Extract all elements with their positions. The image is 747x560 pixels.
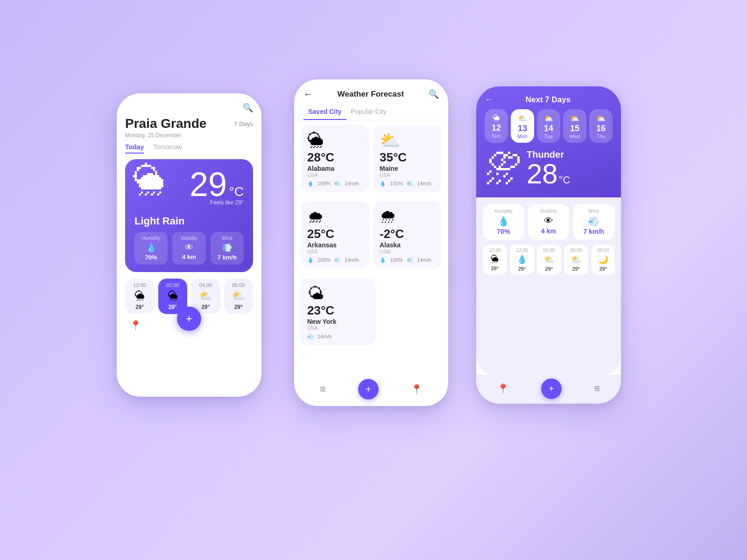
hour-item-0[interactable]: 12:00 🌦 29° bbox=[125, 279, 155, 314]
center-tab-saved[interactable]: Saved City bbox=[303, 104, 346, 120]
hour-icon-0: 🌦 bbox=[127, 290, 153, 302]
day-sun-name: Sun bbox=[489, 133, 503, 139]
right-hour-icon-3: ⛅ bbox=[566, 254, 586, 265]
right-hour-3[interactable]: 06:00 ⛅ 29° bbox=[564, 245, 588, 275]
arkansas-wind: 14m/h bbox=[345, 257, 359, 263]
day-tue[interactable]: ⛅ 14 Tue bbox=[537, 109, 560, 143]
center-add-button[interactable]: + bbox=[358, 379, 379, 399]
alaska-temp: -2°C bbox=[380, 227, 431, 241]
back-arrow-center[interactable]: ← bbox=[303, 89, 313, 99]
day-thu-icon: ⛅ bbox=[594, 114, 608, 123]
right-hour-icon-0: 🌦 bbox=[485, 254, 505, 264]
day-mon-name: Mon bbox=[515, 133, 529, 139]
location-icon-right[interactable]: 📍 bbox=[497, 383, 509, 394]
newyork-wind-icon: 💨 bbox=[307, 334, 314, 340]
maine-stats: 💧 100% 💨 14m/h bbox=[380, 181, 431, 187]
hour-item-3[interactable]: 06:00 ⛅ 29° bbox=[224, 279, 254, 314]
phone-right: ← Next 7 Days 🌦 12 Sun ⛅ 13 Mon bbox=[476, 86, 621, 404]
day-thu[interactable]: ⛅ 16 Thu bbox=[589, 109, 613, 143]
right-hourly-row: 12:00 🌦 29° 12:00 💧 29° 04:00 ⛅ 29° bbox=[483, 245, 614, 275]
left-stat-wind: Wind 💨 7 km/h bbox=[211, 232, 244, 265]
visibility-icon: 👁 bbox=[175, 243, 203, 252]
location-icon-center[interactable]: 📍 bbox=[411, 384, 423, 395]
arkansas-humidity: 100% bbox=[317, 257, 331, 263]
hour-time-1: 02:00 bbox=[160, 282, 186, 288]
day-wed[interactable]: ⛅ 15 Wed bbox=[563, 109, 586, 143]
day-tue-num: 14 bbox=[542, 124, 556, 133]
right-body-section: Humidity 💧 70% Visibility 👁 4 km Wind 💨 … bbox=[476, 197, 621, 375]
maine-name: Maine bbox=[380, 165, 431, 172]
tab-tomorrow[interactable]: Tomorrow bbox=[153, 143, 182, 154]
hour-temp-0: 29° bbox=[127, 304, 153, 310]
hour-time-2: 04:00 bbox=[193, 282, 218, 288]
arkansas-name: Arkansas bbox=[307, 241, 359, 249]
right-hour-temp-3: 29° bbox=[566, 266, 586, 272]
right-hour-time-4: 08:00 bbox=[593, 248, 613, 253]
alaska-icon: 🌨 bbox=[380, 207, 431, 227]
newyork-temp: 23°C bbox=[307, 303, 337, 318]
arkansas-stats: 💧 100% 💨 14m/h bbox=[307, 257, 359, 263]
newyork-wind: 14m/h bbox=[317, 334, 332, 340]
right-add-button[interactable]: + bbox=[541, 378, 562, 399]
city-row-1: 🌦 28°C Alabama USA 💧 100% 💨 14m/h bbox=[301, 125, 442, 197]
center-tab-popular[interactable]: Popular City bbox=[346, 104, 391, 120]
tab-today[interactable]: Today bbox=[125, 143, 144, 154]
city-alabama[interactable]: 🌦 28°C Alabama USA 💧 100% 💨 14m/h bbox=[301, 125, 369, 192]
visibility-label: Visibility bbox=[175, 236, 203, 241]
city-alaska[interactable]: 🌨 -2°C Alaska USA 💧 100% 💨 14m/h bbox=[373, 202, 442, 269]
day-wed-num: 15 bbox=[568, 124, 582, 133]
newyork-stats: 💨 14m/h bbox=[307, 334, 337, 340]
alaska-country: USA bbox=[380, 249, 431, 254]
left-seven-days[interactable]: 7 Days bbox=[234, 120, 253, 127]
day-mon-icon: ⛅ bbox=[515, 114, 529, 123]
right-wind-label: Wind bbox=[576, 209, 612, 214]
city-newyork[interactable]: 🌤 23°C New York USA 💨 14m/h bbox=[301, 278, 376, 345]
right-hour-1[interactable]: 12:00 💧 29° bbox=[510, 245, 534, 275]
day-sun-icon: 🌦 bbox=[489, 114, 503, 122]
search-icon[interactable]: 🔍 bbox=[243, 103, 253, 113]
phone-left: 🔍 Praia Grande Monday, 25 December 7 Day… bbox=[117, 93, 261, 397]
day-wed-icon: ⛅ bbox=[568, 114, 582, 123]
day-mon[interactable]: ⛅ 13 Mon bbox=[511, 109, 534, 143]
alabama-icon: 🌦 bbox=[307, 131, 359, 150]
menu-icon-center[interactable]: ≡ bbox=[320, 383, 326, 395]
left-condition: Light Rain bbox=[134, 215, 244, 227]
newyork-icon: 🌤 bbox=[307, 284, 337, 303]
maine-country: USA bbox=[380, 172, 431, 178]
visibility-val: 4 km bbox=[175, 253, 203, 260]
right-hour-2[interactable]: 04:00 ⛅ 29° bbox=[537, 245, 561, 275]
arkansas-temp: 25°C bbox=[307, 227, 359, 241]
phone-center: ← Weather Forecast 🔍 Saved City Popular … bbox=[294, 79, 448, 406]
alabama-stats: 💧 100% 💨 14m/h bbox=[307, 181, 359, 187]
right-wind-icon: 💨 bbox=[576, 216, 612, 227]
alabama-wind-icon: 💨 bbox=[334, 181, 341, 187]
day-sun-num: 12 bbox=[489, 123, 503, 133]
search-icon-center[interactable]: 🔍 bbox=[429, 89, 439, 99]
menu-icon-right[interactable]: ≡ bbox=[594, 383, 600, 395]
right-stats-row: Humidity 💧 70% Visibility 👁 4 km Wind 💨 … bbox=[483, 204, 614, 240]
add-button[interactable]: + bbox=[177, 307, 201, 331]
back-arrow-right[interactable]: ← bbox=[485, 95, 493, 105]
left-stats-row: Humidity 💧 70% Visibility 👁 4 km Wind 💨 … bbox=[134, 232, 244, 265]
right-hour-temp-2: 29° bbox=[539, 266, 559, 272]
alabama-name: Alabama bbox=[307, 165, 359, 172]
day-sun[interactable]: 🌦 12 Sun bbox=[485, 109, 508, 143]
alabama-wind: 14m/h bbox=[345, 181, 359, 187]
right-hour-0[interactable]: 12:00 🌦 29° bbox=[483, 245, 507, 275]
left-weather-card: 🌦 29 °C Feels like 29° Light Rain Humidi… bbox=[125, 159, 253, 272]
maine-humidity-icon: 💧 bbox=[380, 181, 386, 187]
day-wed-name: Wed bbox=[568, 133, 582, 139]
location-icon[interactable]: 📍 bbox=[130, 320, 141, 331]
hour-temp-3: 29° bbox=[226, 304, 252, 310]
center-city-list: 🌦 28°C Alabama USA 💧 100% 💨 14m/h bbox=[294, 125, 448, 374]
city-arkansas[interactable]: 🌧 25°C Arkansas USA 💧 100% 💨 14m/h bbox=[301, 202, 369, 269]
city-maine[interactable]: ⛅ 35°C Maine USA 💧 100% 💨 14m/h bbox=[373, 125, 442, 192]
right-hour-4[interactable]: 08:00 🌙 29° bbox=[591, 245, 614, 275]
alaska-stats: 💧 100% 💨 14m/h bbox=[380, 257, 431, 263]
left-stat-humidity: Humidity 💧 70% bbox=[134, 232, 168, 265]
right-humidity-val: 70% bbox=[486, 228, 521, 235]
alaska-name: Alaska bbox=[380, 241, 431, 249]
center-bottom-nav: ≡ + 📍 bbox=[294, 374, 448, 406]
maine-wind: 14m/h bbox=[417, 181, 431, 187]
day-thu-num: 16 bbox=[594, 124, 608, 133]
